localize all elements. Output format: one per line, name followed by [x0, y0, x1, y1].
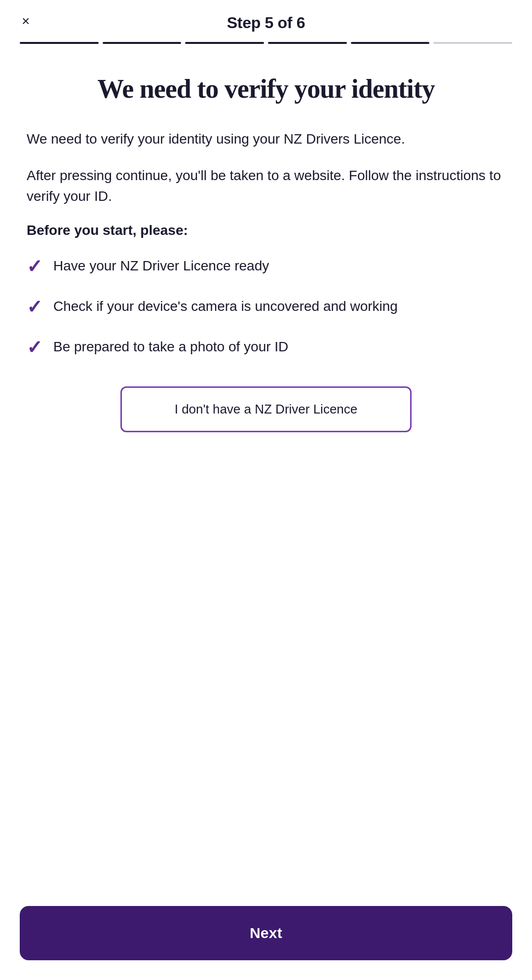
progress-segment-1 [20, 42, 99, 44]
description-1: We need to verify your identity using yo… [27, 129, 505, 150]
check-icon-1: ✓ [27, 257, 42, 276]
close-button[interactable]: × [20, 12, 32, 30]
checklist: ✓ Have your NZ Driver Licence ready ✓ Ch… [27, 256, 505, 357]
no-licence-button[interactable]: I don't have a NZ Driver Licence [120, 386, 412, 432]
progress-segment-3 [185, 42, 264, 44]
progress-segment-5 [351, 42, 430, 44]
checklist-text-3: Be prepared to take a photo of your ID [53, 337, 288, 356]
progress-segment-6 [433, 42, 512, 44]
description-2: After pressing continue, you'll be taken… [27, 165, 505, 207]
progress-bar [0, 42, 532, 44]
before-start-label: Before you start, please: [27, 223, 505, 238]
close-icon: × [22, 13, 30, 29]
check-icon-3: ✓ [27, 338, 42, 357]
checklist-text-1: Have your NZ Driver Licence ready [53, 256, 269, 275]
step-indicator: Step 5 of 6 [227, 14, 305, 32]
bottom-bar: Next [0, 896, 532, 980]
check-icon-2: ✓ [27, 298, 42, 316]
checklist-text-2: Check if your device's camera is uncover… [53, 297, 398, 316]
main-content: We need to verify your identity We need … [0, 74, 532, 896]
progress-segment-4 [268, 42, 347, 44]
page-heading: We need to verify your identity [27, 74, 505, 104]
progress-segment-2 [103, 42, 182, 44]
next-button[interactable]: Next [20, 906, 512, 960]
page-header: × Step 5 of 6 [0, 0, 532, 42]
checklist-item-2: ✓ Check if your device's camera is uncov… [27, 297, 505, 316]
checklist-item-1: ✓ Have your NZ Driver Licence ready [27, 256, 505, 276]
checklist-item-3: ✓ Be prepared to take a photo of your ID [27, 337, 505, 357]
